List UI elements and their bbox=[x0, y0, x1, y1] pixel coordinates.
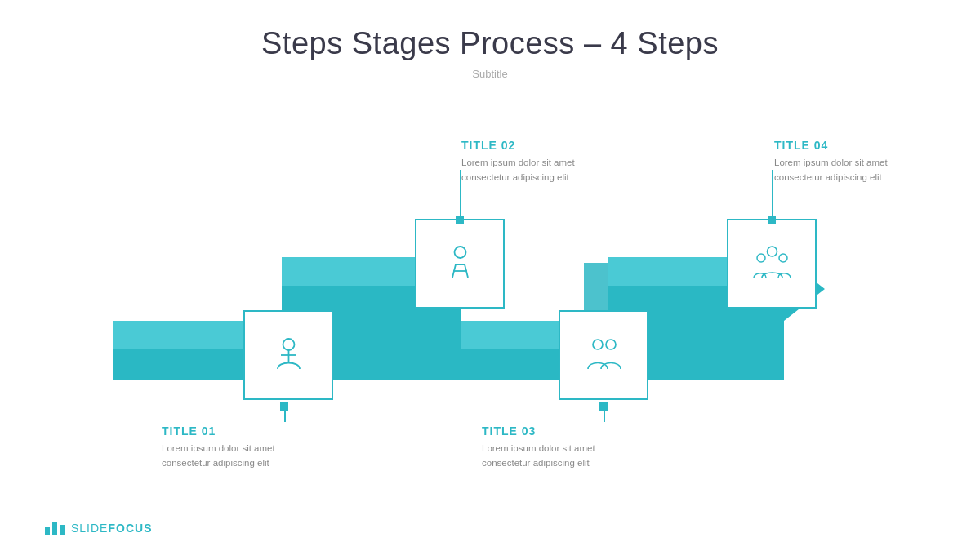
step-2-pin-dot bbox=[456, 216, 464, 224]
step-3-desc: Lorem ipsum dolor sit amet consectetur a… bbox=[482, 441, 612, 471]
step-4-box bbox=[727, 219, 817, 309]
logo-bold-text: FOCUS bbox=[108, 522, 152, 535]
step-4-title: TITLE 04 bbox=[774, 139, 909, 152]
step-3-box bbox=[559, 310, 648, 400]
main-title: Steps Stages Process – 4 Steps bbox=[0, 26, 980, 61]
step-1-icon bbox=[266, 333, 311, 378]
svg-point-7 bbox=[454, 247, 466, 258]
step-2-title: TITLE 02 bbox=[461, 139, 596, 152]
step-4-icon bbox=[750, 242, 795, 287]
logo-icon bbox=[45, 522, 65, 535]
subtitle: Subtitle bbox=[0, 68, 980, 80]
header: Steps Stages Process – 4 Steps Subtitle bbox=[0, 0, 980, 80]
svg-point-4 bbox=[283, 339, 294, 350]
step-4-pin-dot bbox=[768, 216, 776, 224]
step-2-desc: Lorem ipsum dolor sit amet consectetur a… bbox=[461, 155, 596, 185]
svg-point-10 bbox=[606, 340, 616, 349]
step-3-icon bbox=[581, 333, 626, 378]
diagram: TITLE 01 Lorem ipsum dolor sit amet cons… bbox=[49, 131, 931, 473]
step-1-label: TITLE 01 Lorem ipsum dolor sit amet cons… bbox=[162, 424, 292, 471]
step-4-pin-line bbox=[772, 170, 773, 216]
step-2-label: TITLE 02 Lorem ipsum dolor sit amet cons… bbox=[461, 139, 596, 185]
logo-bar-3 bbox=[60, 525, 65, 535]
logo-bar-2 bbox=[52, 522, 57, 535]
step-3-pin-dot bbox=[599, 402, 608, 411]
step-1-desc: Lorem ipsum dolor sit amet consectetur a… bbox=[162, 441, 292, 471]
logo-thin-text: SLIDE bbox=[71, 522, 108, 535]
step-3-label: TITLE 03 Lorem ipsum dolor sit amet cons… bbox=[482, 424, 612, 471]
step-2-icon bbox=[438, 242, 483, 287]
step-4-label: TITLE 04 Lorem ipsum dolor sit amet cons… bbox=[774, 139, 909, 185]
logo-bar-1 bbox=[45, 527, 50, 535]
slide: Steps Stages Process – 4 Steps Subtitle bbox=[0, 0, 980, 551]
svg-point-13 bbox=[779, 254, 787, 262]
svg-point-11 bbox=[767, 247, 777, 256]
logo: SLIDEFOCUS bbox=[45, 522, 152, 535]
step-1-title: TITLE 01 bbox=[162, 424, 292, 438]
step-3-title: TITLE 03 bbox=[482, 424, 612, 438]
step-4-desc: Lorem ipsum dolor sit amet consectetur a… bbox=[774, 155, 909, 185]
step-1-pin-dot bbox=[280, 402, 288, 411]
logo-text: SLIDEFOCUS bbox=[71, 522, 152, 535]
svg-point-12 bbox=[757, 254, 765, 262]
svg-point-9 bbox=[593, 340, 603, 349]
step-2-box bbox=[415, 219, 505, 309]
step-1-box bbox=[243, 310, 333, 400]
